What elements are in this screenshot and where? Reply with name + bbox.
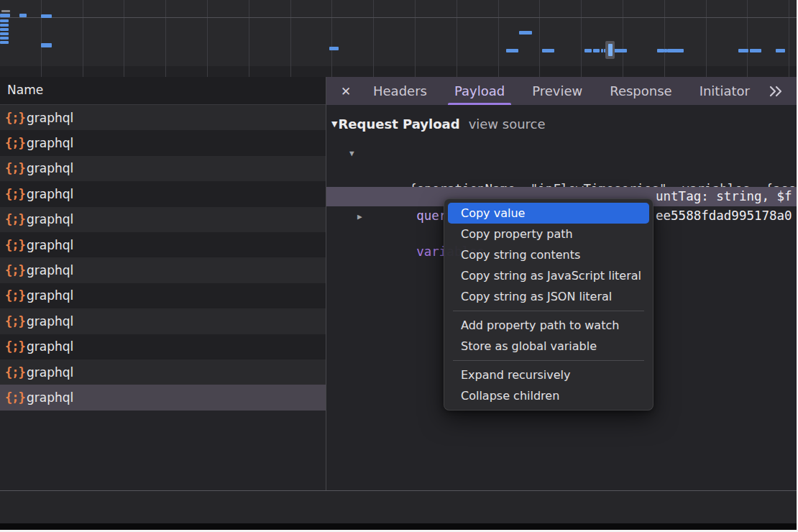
- request-name-label: graphql: [27, 314, 73, 329]
- request-timing-bar: [750, 49, 761, 52]
- request-name-label: graphql: [27, 187, 73, 201]
- request-row[interactable]: {;}graphql: [0, 359, 326, 385]
- network-overview-timeline[interactable]: [0, 0, 798, 77]
- tab-initiator[interactable]: Initiator: [686, 77, 763, 105]
- tab-response[interactable]: Response: [596, 77, 685, 105]
- panel-resize-handle[interactable]: [326, 77, 326, 530]
- request-row[interactable]: {;}graphql: [0, 334, 326, 359]
- request-timing-bar: [0, 32, 9, 35]
- request-row[interactable]: {;}graphql: [0, 207, 326, 232]
- request-timing-bar: [0, 41, 9, 44]
- menu-separator: [453, 360, 644, 361]
- request-timing-bar-gray: [1, 10, 10, 12]
- request-timing-bar: [0, 19, 9, 22]
- property-value-right-fragment: untTag: string, $f: [656, 187, 792, 206]
- request-name-label: graphql: [27, 212, 73, 226]
- request-name-label: graphql: [27, 238, 73, 252]
- request-name-label: graphql: [27, 161, 73, 175]
- section-collapse-arrow-icon[interactable]: ▼: [331, 119, 337, 129]
- context-menu-item-add-property-path-to-watch[interactable]: Add property path to watch: [448, 315, 649, 336]
- request-payload-section-header[interactable]: ▼ Request Payload view source: [331, 116, 546, 132]
- request-timing-bar: [738, 49, 748, 52]
- request-timing-bar: [0, 37, 9, 40]
- context-menu-item-copy-string-as-javascript-literal[interactable]: Copy string as JavaScript literal: [448, 265, 649, 286]
- request-row[interactable]: {;}graphql: [0, 283, 326, 308]
- context-menu: Copy valueCopy property pathCopy string …: [444, 198, 653, 411]
- request-timing-bar: [657, 49, 664, 52]
- request-timing-bar: [0, 28, 9, 31]
- status-bar: [0, 491, 798, 523]
- details-tab-bar: ✕ HeadersPayloadPreviewResponseInitiator: [326, 77, 798, 105]
- request-timing-bar: [776, 49, 785, 52]
- request-row[interactable]: {;}graphql: [0, 130, 326, 155]
- request-row[interactable]: {;}graphql: [0, 257, 326, 283]
- window-bottom-chrome: [0, 523, 798, 530]
- request-timing-bar: [19, 14, 27, 17]
- overview-gridlines: [0, 0, 798, 77]
- context-menu-item-copy-string-contents[interactable]: Copy string contents: [448, 244, 649, 265]
- json-braces-icon: {;}: [5, 365, 21, 380]
- json-braces-icon: {;}: [5, 238, 21, 252]
- json-braces-icon: {;}: [5, 212, 21, 226]
- request-name-label: graphql: [27, 111, 73, 125]
- request-timing-bar: [667, 49, 684, 52]
- context-menu-item-copy-string-as-json-literal[interactable]: Copy string as JSON literal: [448, 286, 649, 307]
- request-row-selected[interactable]: {;}graphql: [0, 385, 326, 410]
- request-timing-bar: [614, 49, 627, 52]
- request-timing-bar: [519, 31, 532, 35]
- request-timing-bar: [506, 49, 518, 52]
- timeline-hover-tick: [608, 44, 613, 56]
- context-menu-item-store-as-global-variable[interactable]: Store as global variable: [448, 336, 649, 357]
- requests-list: {;}graphql{;}graphql{;}graphql{;}graphql…: [0, 105, 326, 411]
- request-name-label: graphql: [27, 288, 73, 303]
- request-row[interactable]: {;}graphql: [0, 308, 326, 334]
- payload-root-node[interactable]: ▼ {operationName: "ipFlowTimeseries", va…: [326, 145, 798, 162]
- context-menu-item-collapse-children[interactable]: Collapse children: [448, 385, 649, 406]
- request-row[interactable]: {;}graphql: [0, 156, 326, 181]
- section-title: Request Payload: [338, 116, 459, 132]
- chevron-double-right-icon[interactable]: [768, 86, 784, 97]
- json-braces-icon: {;}: [5, 136, 21, 150]
- request-row[interactable]: {;}graphql: [0, 181, 326, 206]
- request-timing-bar: [0, 14, 10, 17]
- tab-payload[interactable]: Payload: [441, 77, 518, 105]
- request-row[interactable]: {;}graphql: [0, 232, 326, 257]
- property-value-right-fragment: ee5588fdad995178a0: [656, 207, 792, 225]
- collapse-arrow-icon[interactable]: ▼: [349, 145, 354, 162]
- menu-separator: [453, 311, 644, 311]
- context-menu-item-copy-property-path[interactable]: Copy property path: [448, 224, 649, 244]
- json-braces-icon: {;}: [5, 161, 21, 175]
- name-column-header[interactable]: Name: [0, 77, 326, 105]
- request-timing-bar: [41, 14, 52, 18]
- json-braces-icon: {;}: [5, 263, 21, 278]
- request-row[interactable]: {;}graphql: [0, 105, 326, 130]
- overview-hairline: [0, 17, 798, 18]
- payload-node-operationname[interactable]: operationName: "ipFlowTimeseries": [326, 167, 798, 185]
- name-column-label: Name: [0, 77, 326, 104]
- request-timing-bar: [584, 49, 592, 52]
- context-menu-item-expand-recursively[interactable]: Expand recursively: [448, 364, 649, 385]
- tab-headers[interactable]: Headers: [359, 77, 441, 105]
- json-braces-icon: {;}: [5, 390, 21, 405]
- request-name-label: graphql: [27, 263, 73, 278]
- expand-arrow-icon[interactable]: ▶: [357, 208, 362, 226]
- json-braces-icon: {;}: [5, 339, 21, 354]
- request-timing-bar: [542, 49, 554, 52]
- json-braces-icon: {;}: [5, 314, 21, 329]
- close-icon[interactable]: ✕: [336, 84, 355, 98]
- request-timing-bar: [329, 47, 339, 50]
- request-timing-bar: [601, 49, 603, 52]
- request-timing-bar: [0, 24, 9, 27]
- request-name-label: graphql: [27, 365, 73, 380]
- view-source-toggle[interactable]: view source: [469, 116, 546, 132]
- json-braces-icon: {;}: [5, 187, 21, 201]
- context-menu-item-copy-value[interactable]: Copy value: [448, 203, 649, 224]
- request-name-label: graphql: [27, 136, 73, 150]
- request-name-label: graphql: [27, 390, 73, 405]
- request-timing-bar: [593, 49, 600, 52]
- request-timing-bar: [41, 43, 52, 47]
- request-name-label: graphql: [27, 339, 73, 354]
- json-braces-icon: {;}: [5, 111, 21, 125]
- tab-preview[interactable]: Preview: [518, 77, 596, 105]
- devtools-network-panel: Name ✕ HeadersPayloadPreviewResponseInit…: [0, 0, 798, 532]
